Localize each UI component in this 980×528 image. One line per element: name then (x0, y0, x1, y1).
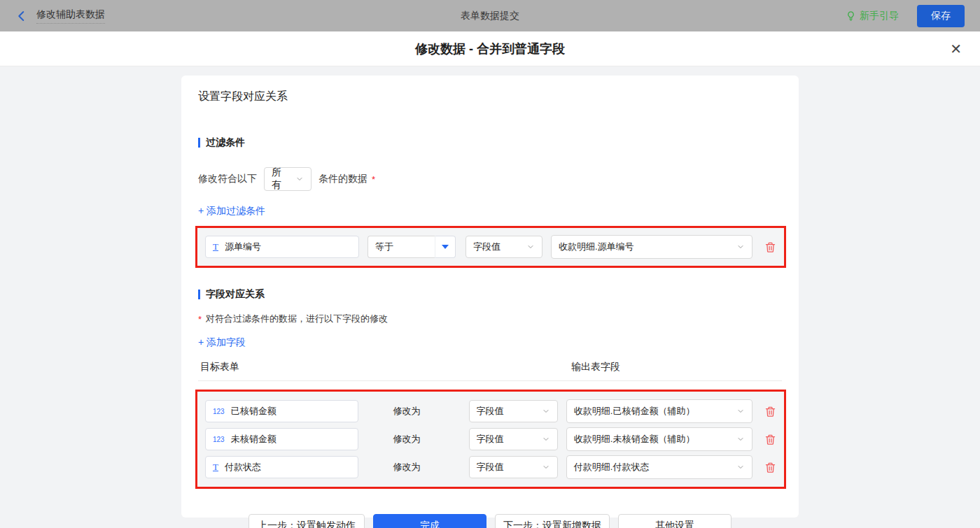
chevron-down-icon (526, 243, 535, 251)
caret-down-icon (442, 245, 449, 249)
mapping-table-header: 目标表单 输出表字段 (198, 361, 782, 373)
chevron-down-icon (542, 463, 550, 471)
delete-row-icon[interactable] (764, 462, 776, 473)
save-button[interactable]: 保存 (917, 5, 965, 27)
mapping-row: 123 未核销金额 修改为 字段值 收款明细.未核销金额（辅助） (205, 428, 776, 450)
divider (198, 380, 782, 381)
dialog-footer: 上一步：设置触发动作 完成 下一步：设置新增数据 其他设置 (181, 504, 799, 528)
operator-select[interactable]: 等于 (368, 236, 435, 258)
output-field-value: 收款明细.已核销金额（辅助） (574, 405, 695, 418)
beginner-guide-link[interactable]: 新手引导 (846, 10, 899, 22)
text-field-icon: T (213, 462, 218, 473)
chevron-left-icon[interactable] (15, 10, 28, 22)
number-field-icon: 123 (213, 408, 225, 415)
next-step-button[interactable]: 下一步：设置新增数据 (495, 514, 610, 528)
output-field-select[interactable]: 付款明细.付款状态 (566, 455, 752, 479)
target-field-input[interactable]: 123 已核销金额 (205, 400, 358, 422)
delete-row-icon[interactable] (764, 434, 776, 445)
output-field-column-header: 输出表字段 (571, 361, 620, 373)
match-mode-value: 所有 (272, 166, 290, 192)
filter-match-row: 修改符合以下 所有 条件的数据 * (198, 167, 782, 191)
value-type-value: 字段值 (477, 405, 504, 418)
add-field-link[interactable]: + 添加字段 (198, 336, 246, 349)
delete-row-icon[interactable] (764, 406, 776, 418)
chevron-down-icon (736, 407, 745, 415)
page-title[interactable]: 修改辅助表数据 (36, 8, 105, 24)
previous-step-button[interactable]: 上一步：设置触发动作 (248, 514, 365, 528)
chevron-down-icon (736, 435, 745, 443)
output-field-select[interactable]: 收款明细.已核销金额（辅助） (566, 399, 752, 423)
other-settings-button[interactable]: 其他设置 (618, 514, 732, 528)
mapping-row: 123 已核销金额 修改为 字段值 收款明细.已核销金额（辅助） (205, 400, 776, 422)
text-field-icon: T (213, 241, 218, 252)
required-asterisk: * (372, 174, 375, 185)
dialog-title: 修改数据 - 合并到普通字段 (415, 41, 565, 57)
mapping-section-title: 字段对应关系 (198, 288, 782, 301)
target-form-column-header: 目标表单 (200, 361, 571, 373)
target-field-input[interactable]: T 付款状态 (205, 456, 358, 478)
match-suffix-label: 条件的数据 (318, 173, 368, 185)
value-type-select[interactable]: 字段值 (469, 400, 558, 422)
target-field-value: 已核销金额 (231, 405, 276, 418)
value-type-select[interactable]: 字段值 (465, 236, 542, 258)
chevron-down-icon (736, 243, 745, 251)
finish-button[interactable]: 完成 (373, 514, 486, 528)
chevron-down-icon (542, 435, 550, 443)
filter-value: 收款明细.源单编号 (559, 241, 634, 253)
match-prefix-label: 修改符合以下 (198, 173, 257, 185)
chevron-down-icon (736, 463, 745, 471)
filter-value-select[interactable]: 收款明细.源单编号 (551, 235, 752, 259)
beginner-guide-label: 新手引导 (860, 10, 899, 22)
value-type-value: 字段值 (477, 461, 504, 473)
delete-row-icon[interactable] (764, 241, 776, 253)
mapping-section-label: 字段对应关系 (206, 288, 265, 301)
mapping-description-text: 对符合过滤条件的数据，进行以下字段的修改 (206, 313, 388, 325)
card-section-title: 设置字段对应关系 (181, 76, 799, 116)
value-type-value: 字段值 (473, 241, 500, 253)
breadcrumb-title: 表单数据提交 (0, 10, 980, 22)
output-field-value: 付款明细.付款状态 (574, 461, 650, 473)
output-field-select[interactable]: 收款明细.未核销金额（辅助） (566, 427, 752, 451)
modify-to-label: 修改为 (393, 433, 421, 445)
close-icon[interactable]: ✕ (950, 42, 962, 56)
target-field-value: 未核销金额 (231, 433, 276, 445)
mapping-row: T 付款状态 修改为 字段值 付款明细.付款状态 (205, 456, 776, 478)
filter-condition-row: T 源单编号 等于 字段值 收款明细.源单编号 (205, 236, 776, 258)
match-mode-select[interactable]: 所有 (264, 167, 312, 191)
section-accent-bar (198, 290, 200, 299)
chevron-down-icon (542, 407, 550, 415)
filter-section-title: 过滤条件 (198, 136, 782, 149)
dialog-body: 设置字段对应关系 过滤条件 修改符合以下 所有 条件的数据 * + 添加过滤条件 (0, 66, 980, 528)
dialog-header: 修改数据 - 合并到普通字段 ✕ (0, 31, 980, 66)
operator-value: 等于 (375, 241, 393, 253)
filter-field-value: 源单编号 (225, 241, 261, 253)
filter-section-label: 过滤条件 (206, 136, 245, 149)
add-filter-condition-link[interactable]: + 添加过滤条件 (198, 205, 265, 217)
value-type-value: 字段值 (477, 433, 504, 445)
mapping-annotation-box: 123 已核销金额 修改为 字段值 收款明细.已核销金额（辅助） (195, 390, 786, 489)
modify-to-label: 修改为 (393, 461, 421, 473)
section-accent-bar (198, 138, 200, 148)
value-type-select[interactable]: 字段值 (469, 428, 558, 450)
value-type-select[interactable]: 字段值 (469, 456, 558, 478)
back-nav[interactable]: 修改辅助表数据 (15, 8, 105, 24)
target-field-value: 付款状态 (225, 461, 261, 473)
operator-caret-button[interactable] (435, 236, 456, 258)
required-asterisk: * (198, 314, 202, 324)
settings-card: 设置字段对应关系 过滤条件 修改符合以下 所有 条件的数据 * + 添加过滤条件 (181, 76, 799, 518)
mapping-description: * 对符合过滤条件的数据，进行以下字段的修改 (198, 313, 782, 325)
modify-to-label: 修改为 (393, 405, 421, 418)
filter-annotation-box: T 源单编号 等于 字段值 收款明细.源单编号 (195, 226, 786, 268)
number-field-icon: 123 (213, 436, 225, 443)
chevron-down-icon (295, 175, 304, 183)
target-field-input[interactable]: 123 未核销金额 (205, 428, 358, 450)
filter-field-input[interactable]: T 源单编号 (205, 236, 359, 258)
lightbulb-icon (846, 10, 856, 21)
top-bar: 修改辅助表数据 表单数据提交 新手引导 保存 (0, 0, 980, 31)
output-field-value: 收款明细.未核销金额（辅助） (574, 433, 695, 445)
